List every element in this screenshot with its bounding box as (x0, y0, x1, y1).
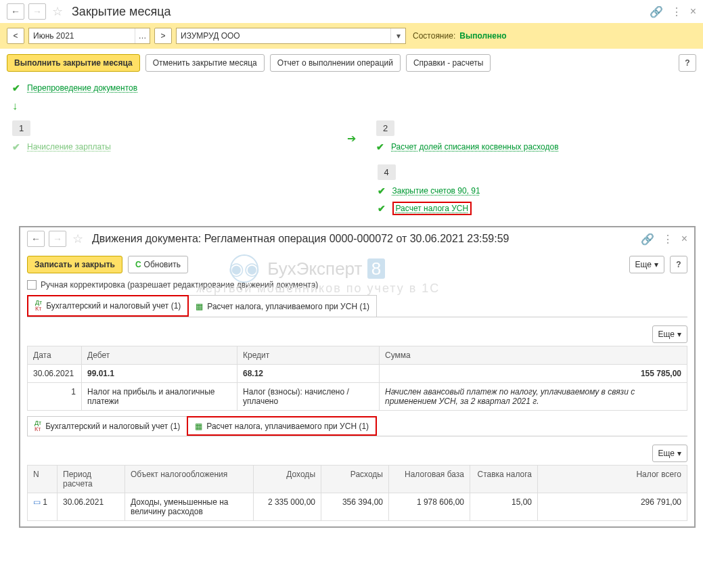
inner-link-icon[interactable]: 🔗 (641, 233, 654, 246)
inner-forward-button[interactable]: → (49, 231, 66, 247)
tab-accounting-2[interactable]: ДтКт Бухгалтерский и налоговый учет (1) (27, 416, 187, 436)
usn-calc-table: N Период расчета Объект налогообложения … (27, 465, 687, 521)
cell-rate: 15,00 (470, 493, 538, 521)
chevron-down-icon: ▾ (677, 330, 681, 339)
tab-usn-calc[interactable]: ▦ Расчет налога, уплачиваемого при УСН (… (188, 295, 377, 317)
repost-link[interactable]: Перепроведение документов (27, 83, 137, 93)
check-icon: ✔ (378, 185, 386, 196)
cell-credit-desc: Налог (взносы): начислено / уплачено (237, 383, 380, 411)
usn-tax-link[interactable]: Расчет налога УСН (396, 204, 469, 213)
org-select[interactable]: ИЗУМРУД ООО ▾ (176, 28, 406, 44)
cell-row-n: 1 (28, 383, 82, 411)
step1-link[interactable]: Начисление зарплаты (27, 142, 111, 152)
page-title: Закрытие месяца (72, 5, 171, 19)
cell-expense: 356 394,00 (321, 493, 389, 521)
period-field[interactable]: Июнь 2021 … (28, 28, 150, 44)
status-label: Состояние: (413, 31, 455, 41)
inner-title: Движения документа: Регламентная операци… (92, 233, 509, 245)
cell-comment: Начислен авансовый платеж по налогу, упл… (380, 383, 687, 411)
col-base: Налоговая база (389, 466, 470, 493)
period-prev-button[interactable]: < (7, 28, 24, 44)
col-n: N (28, 466, 58, 493)
execute-close-button[interactable]: Выполнить закрытие месяца (7, 54, 140, 72)
period-value: Июнь 2021 (29, 31, 135, 41)
manual-edit-label: Ручная корректировка (разрешает редактир… (41, 280, 318, 290)
org-value: ИЗУМРУД ООО (177, 31, 390, 41)
step-4: 4 (378, 164, 396, 180)
cell-income: 2 335 000,00 (254, 493, 321, 521)
check-icon: ✔ (378, 203, 386, 214)
table-icon: ▦ (196, 302, 203, 311)
dtkt-icon: ДтКт (35, 420, 41, 432)
close-accounts-link[interactable]: Закрытие счетов 90, 91 (392, 186, 480, 196)
step2-link[interactable]: Расчет долей списания косвенных расходов (391, 142, 559, 152)
refresh-icon: С (135, 260, 141, 269)
back-button[interactable]: ← (7, 3, 24, 20)
col-date: Дата (28, 346, 82, 365)
close-icon[interactable]: × (690, 5, 696, 18)
link-icon[interactable]: 🔗 (650, 5, 663, 18)
cell-credit-acc: 68.12 (243, 369, 263, 378)
period-next-button[interactable]: > (154, 28, 172, 44)
check-icon: ✔ (376, 141, 384, 152)
arrow-down-icon: ↓ (0, 99, 703, 114)
more-dropdown-t2[interactable]: Еще ▾ (652, 445, 687, 462)
step-1: 1 (12, 120, 30, 136)
check-icon: ✔ (12, 141, 20, 152)
inner-help-button[interactable]: ? (670, 256, 687, 273)
inner-more-icon[interactable]: ⋮ (662, 233, 673, 246)
cell-obj: Доходы, уменьшенные на величину расходов (125, 493, 254, 521)
tab-accounting[interactable]: ДтКт Бухгалтерский и налоговый учет (1) (27, 295, 189, 317)
cell-period: 30.06.2021 (58, 493, 125, 521)
col-period: Период расчета (58, 466, 125, 493)
dtkt-icon: ДтКт (35, 300, 42, 312)
inner-back-button[interactable]: ← (27, 231, 45, 247)
table-icon: ▦ (195, 422, 202, 431)
table-row[interactable]: ▭ 1 30.06.2021 Доходы, уменьшенные на ве… (28, 493, 687, 521)
col-rate: Ставка налога (470, 466, 538, 493)
col-debit: Дебет (82, 346, 237, 365)
col-expense: Расходы (321, 466, 389, 493)
col-obj: Объект налогообложения (125, 466, 254, 493)
cell-debit-acc: 99.01.1 (87, 369, 114, 378)
more-dropdown-t1[interactable]: Еще ▾ (652, 325, 687, 343)
manual-edit-checkbox[interactable] (27, 280, 37, 290)
col-income: Доходы (254, 466, 321, 493)
row-icon: ▭ (33, 497, 41, 507)
accounting-table: Дата Дебет Кредит Сумма 30.06.2021 99.01… (27, 346, 687, 411)
cell-base: 1 978 606,00 (389, 493, 470, 521)
help-button[interactable]: ? (679, 54, 696, 72)
favorite-icon[interactable]: ☆ (50, 4, 65, 19)
more-icon[interactable]: ⋮ (671, 5, 682, 18)
period-picker-icon[interactable]: … (135, 28, 150, 43)
col-sum: Сумма (380, 346, 687, 365)
save-close-button[interactable]: Записать и закрыть (27, 256, 122, 273)
status-value: Выполнено (459, 31, 506, 41)
report-button[interactable]: Отчет о выполнении операций (270, 54, 401, 72)
inner-close-icon[interactable]: × (681, 233, 687, 245)
org-dropdown-icon[interactable]: ▾ (390, 28, 405, 43)
refresh-button[interactable]: С Обновить (128, 256, 188, 273)
chevron-down-icon: ▾ (677, 449, 681, 458)
cell-sum: 155 785,00 (641, 369, 681, 378)
col-credit: Кредит (237, 346, 380, 365)
arrow-right-icon: ➔ (347, 131, 356, 145)
cell-date: 30.06.2021 (28, 365, 82, 383)
more-dropdown[interactable]: Еще ▾ (629, 256, 664, 273)
check-icon: ✔ (12, 83, 20, 93)
cell-debit-desc: Налог на прибыль и аналогичные платежи (82, 383, 237, 411)
cell-total: 296 791,00 (538, 493, 687, 521)
refs-button[interactable]: Справки - расчеты (406, 54, 491, 72)
chevron-down-icon: ▾ (654, 260, 658, 269)
tab-usn-calc-2[interactable]: ▦ Расчет налога, уплачиваемого при УСН (… (187, 416, 377, 436)
inner-favorite-icon[interactable]: ☆ (70, 231, 85, 246)
step-2: 2 (376, 120, 394, 136)
col-total: Налог всего (538, 466, 687, 493)
cancel-close-button[interactable]: Отменить закрытие месяца (145, 54, 265, 72)
forward-button[interactable]: → (28, 3, 46, 20)
